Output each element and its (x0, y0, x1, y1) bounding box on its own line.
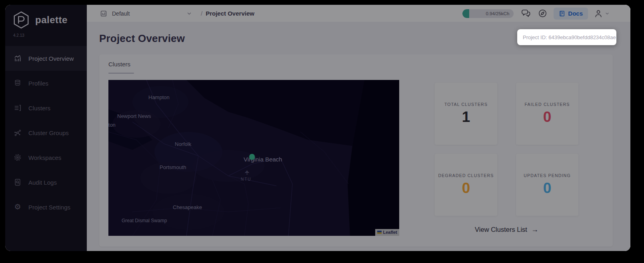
sidebar-item-project-settings[interactable]: ⚙ Project Settings (5, 195, 87, 219)
tab-clusters-label: Clusters (108, 61, 134, 68)
sidebar-item-audit-logs[interactable]: Audit Logs (5, 170, 87, 195)
chevron-down-icon[interactable] (605, 11, 610, 16)
stat-value-updates: 0 (543, 180, 552, 197)
clusters-card: Clusters (99, 54, 613, 247)
stat-label: DEGRADED CLUSTERS (438, 173, 494, 178)
map-label-city: Norfolk (175, 141, 191, 147)
compass-icon[interactable] (538, 9, 547, 18)
project-scope-selector[interactable]: Default (100, 10, 192, 17)
logo: palette (5, 5, 87, 29)
nodes-icon (14, 129, 22, 137)
map-label-city: Newport News (117, 113, 151, 119)
ukraine-flag-icon (377, 231, 382, 234)
tab-active-indicator (108, 73, 134, 74)
sidebar-item-label: Audit Logs (28, 179, 57, 186)
breadcrumb-current[interactable]: Project Overview (206, 10, 254, 17)
map-label-area: Great Dismal Swamp (122, 218, 167, 223)
docs-button[interactable]: Docs (554, 8, 588, 20)
stat-label: TOTAL CLUSTERS (444, 102, 488, 107)
stat-card-updates-pending: UPDATES PENDING 0 (516, 154, 578, 216)
map-attribution: Leaflet (375, 229, 399, 236)
sidebar-item-label: Project Overview (28, 55, 74, 62)
stat-card-degraded-clusters: DEGRADED CLUSTERS 0 (435, 154, 497, 216)
project-id-tooltip: Project ID: 6439ebca90befdd8234c08ae (517, 29, 616, 45)
tab-clusters[interactable]: Clusters (108, 61, 134, 74)
screen: palette 4.2.13 Project Overview (0, 0, 644, 263)
breadcrumb-separator: / (201, 10, 202, 17)
sidebar-item-label: Project Settings (28, 204, 70, 211)
app-version: 4.2.13 (5, 29, 87, 38)
usage-text: 0.94/25kCh (486, 11, 509, 16)
app-name: palette (35, 14, 68, 26)
sidebar-item-label: Cluster Groups (28, 130, 69, 136)
chart-box-icon (100, 10, 107, 17)
map-label-city: Chesapeake (173, 204, 202, 210)
gear-icon: ⚙ (14, 203, 22, 211)
sidebar-item-workspaces[interactable]: Workspaces (5, 145, 87, 170)
usage-progress-fill (462, 9, 469, 18)
airport-icon: ✈ (244, 170, 251, 175)
view-clusters-list-label: View Clusters List (475, 226, 527, 233)
stat-value-degraded: 0 (462, 180, 470, 197)
list-icon (14, 104, 22, 112)
chat-icon[interactable] (521, 9, 531, 18)
sidebar-item-label: Profiles (28, 80, 48, 87)
sidebar-item-profiles[interactable]: Profiles (5, 71, 87, 96)
breadcrumb: / Project Overview (201, 10, 254, 17)
stats-grid: TOTAL CLUSTERS 1 FAILED CLUSTERS 0 DEGRA… (435, 83, 578, 216)
project-id-text: Project ID: 6439ebca90befdd8234c08ae (523, 34, 616, 40)
sidebar-item-label: Workspaces (28, 154, 61, 161)
stat-value-failed: 0 (543, 109, 552, 126)
project-scope-value: Default (112, 10, 186, 17)
sidebar-item-project-overview[interactable]: Project Overview (5, 46, 87, 71)
stat-label: FAILED CLUSTERS (524, 102, 570, 107)
page-title: Project Overview (99, 32, 185, 45)
docs-label: Docs (568, 10, 583, 17)
sidebar-item-label: Clusters (28, 105, 50, 112)
bar-chart-icon (14, 54, 22, 62)
leaflet-attribution-link[interactable]: Leaflet (383, 230, 397, 235)
usage-badge[interactable]: 0.94/25kCh (462, 9, 514, 18)
map-label-airport: NTU (241, 177, 252, 181)
map-label-city: llton (108, 122, 116, 128)
stat-value-total: 1 (462, 109, 470, 126)
panel-row: Hampton Newport News llton Norfolk Virgi… (99, 80, 613, 236)
map-label-city: Hampton (148, 94, 170, 100)
stat-card-failed-clusters: FAILED CLUSTERS 0 (516, 83, 578, 145)
stat-label: UPDATES PENDING (524, 173, 571, 178)
sidebar-item-clusters[interactable]: Clusters (5, 96, 87, 120)
arrow-right-icon: → (531, 225, 538, 234)
user-icon[interactable] (594, 9, 603, 18)
concentric-circles-icon (14, 153, 22, 161)
cluster-map-marker[interactable] (249, 154, 255, 160)
sidebar-item-cluster-groups[interactable]: Cluster Groups (5, 120, 87, 145)
clusters-map[interactable]: Hampton Newport News llton Norfolk Virgi… (108, 80, 399, 236)
sidebar-nav: Project Overview Profiles Clusters (5, 46, 87, 219)
stat-card-total-clusters: TOTAL CLUSTERS 1 (435, 83, 497, 145)
map-label-city: Portsmouth (160, 164, 186, 170)
cluster-stats: TOTAL CLUSTERS 1 FAILED CLUSTERS 0 DEGRA… (435, 80, 578, 236)
layers-icon (14, 79, 22, 87)
topbar-right: 0.94/25kCh Doc (462, 8, 630, 20)
palette-logo-icon (12, 11, 30, 29)
topbar: Default / Project Overview 0.94/25kCh (87, 5, 630, 22)
sidebar: palette 4.2.13 Project Overview (5, 5, 87, 251)
tab-row: Clusters (99, 54, 613, 80)
view-clusters-list-link[interactable]: View Clusters List → (435, 225, 578, 234)
chevron-down-icon (186, 11, 192, 16)
book-icon (559, 10, 565, 17)
document-search-icon (14, 178, 22, 186)
